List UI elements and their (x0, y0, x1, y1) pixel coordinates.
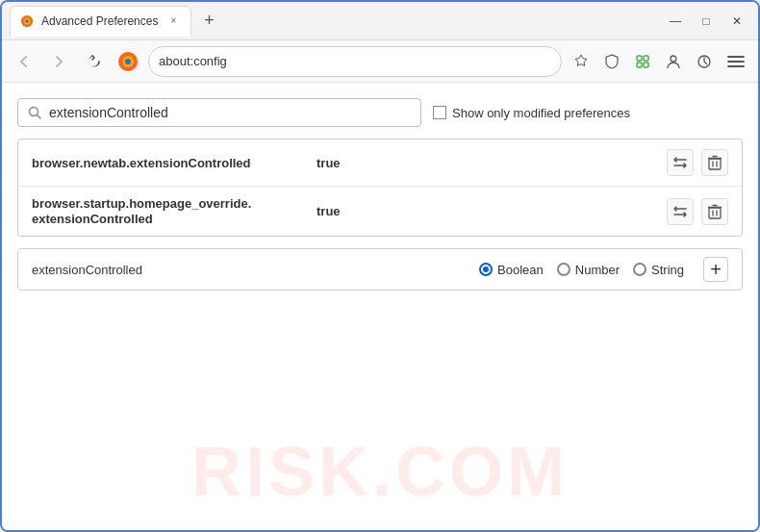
toggle-button-1[interactable] (667, 149, 694, 176)
pref-name-2-line1: browser.startup.homepage_override. (32, 196, 301, 211)
clock-icon (697, 54, 712, 69)
pref-name-1: browser.newtab.extensionControlled (32, 156, 301, 170)
search-container: Show only modified preferences (17, 98, 743, 127)
window-controls: — □ ✕ (662, 8, 750, 35)
svg-rect-8 (637, 63, 642, 67)
person-icon (665, 53, 682, 70)
trash-icon (708, 155, 722, 170)
table-row[interactable]: browser.newtab.extensionControlled true (18, 139, 742, 187)
minimize-button[interactable]: — (662, 8, 689, 35)
table-row[interactable]: browser.startup.homepage_override. exten… (18, 187, 742, 236)
reload-button[interactable] (79, 47, 108, 76)
back-button[interactable] (10, 47, 38, 76)
nav-icons-right (568, 47, 750, 76)
string-radio-circle (633, 263, 646, 276)
extension-icon[interactable] (629, 48, 656, 75)
puzzle-icon (635, 54, 650, 69)
search-input[interactable] (49, 105, 411, 120)
boolean-label: Boolean (497, 263, 544, 277)
svg-line-16 (38, 115, 41, 119)
row-actions-2 (667, 198, 728, 225)
sync-account-icon[interactable] (660, 48, 687, 75)
svg-rect-9 (644, 63, 648, 67)
boolean-radio[interactable]: Boolean (479, 263, 544, 277)
boolean-radio-circle (479, 263, 493, 276)
string-radio[interactable]: String (633, 263, 684, 277)
forward-arrow-icon (52, 55, 65, 68)
back-arrow-icon (17, 55, 31, 68)
string-label: String (651, 263, 684, 277)
hamburger-menu-icon[interactable] (722, 47, 750, 76)
row-actions-1 (667, 149, 728, 176)
search-icon (28, 106, 41, 119)
page-content: RISK.COM Show only modified preferences … (2, 83, 758, 530)
toggle-button-2[interactable] (667, 198, 694, 225)
svg-point-5 (125, 59, 131, 64)
reload-icon (86, 54, 101, 69)
close-button[interactable]: ✕ (723, 8, 750, 35)
pref-value-1: true (317, 156, 341, 170)
pocket-icon[interactable] (598, 48, 625, 75)
svg-rect-17 (709, 159, 721, 169)
results-table: browser.newtab.extensionControlled true (17, 139, 743, 237)
firefox-logo-icon (117, 51, 139, 72)
show-modified-checkbox[interactable] (433, 106, 446, 119)
delete-button-2[interactable] (701, 198, 728, 225)
star-icon (573, 54, 589, 69)
search-box[interactable] (17, 98, 421, 127)
address-bar[interactable]: about:config (148, 46, 562, 77)
tab-close-button[interactable]: × (165, 13, 181, 29)
pref-name-2-line2: extensionControlled (32, 212, 301, 226)
maximize-button[interactable]: □ (693, 8, 720, 35)
trash-icon-2 (708, 204, 722, 219)
add-pref-button[interactable]: + (703, 257, 728, 282)
show-modified-label[interactable]: Show only modified preferences (433, 106, 630, 120)
pref-value-2: true (317, 204, 341, 218)
navigation-bar: about:config (2, 40, 758, 83)
tab-strip: Advanced Preferences × + (10, 2, 658, 39)
active-tab[interactable]: Advanced Preferences × (10, 6, 191, 37)
type-selector: Boolean Number String (479, 263, 684, 277)
watermark: RISK.COM (191, 432, 569, 511)
address-text: about:config (159, 54, 551, 68)
tab-title: Advanced Preferences (41, 14, 158, 28)
forward-button[interactable] (44, 47, 73, 76)
title-bar: Advanced Preferences × + — □ ✕ (2, 2, 758, 40)
menu-lines-icon (727, 54, 745, 69)
show-modified-text: Show only modified preferences (452, 106, 630, 120)
svg-point-10 (671, 56, 676, 62)
history-icon[interactable] (691, 48, 718, 75)
new-tab-button[interactable]: + (195, 8, 222, 35)
bookmark-icon[interactable] (568, 48, 595, 75)
svg-rect-22 (709, 208, 721, 218)
delete-button-1[interactable] (701, 149, 728, 176)
tab-favicon-icon (20, 14, 34, 28)
shield-icon (604, 54, 620, 69)
swap-icon (671, 156, 689, 169)
swap-icon-2 (671, 205, 689, 218)
pref-name-2: browser.startup.homepage_override. exten… (32, 196, 301, 226)
new-pref-name: extensionControlled (32, 263, 186, 277)
svg-rect-6 (637, 56, 642, 61)
number-radio[interactable]: Number (557, 263, 620, 277)
browser-window: Advanced Preferences × + — □ ✕ (0, 0, 760, 532)
number-label: Number (575, 263, 620, 277)
number-radio-circle (557, 263, 570, 276)
add-preference-row: extensionControlled Boolean Number Strin… (17, 248, 743, 291)
svg-point-2 (25, 19, 29, 23)
svg-rect-7 (644, 56, 648, 61)
